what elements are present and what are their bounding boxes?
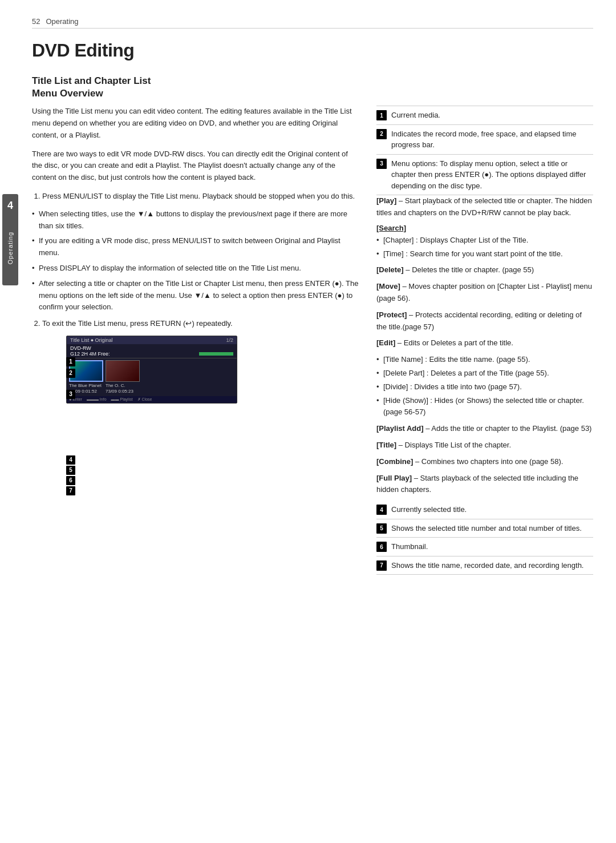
playlist-add-label: [Playlist Add]	[376, 424, 424, 433]
title-label: [Title]	[376, 441, 396, 449]
protect-text: – Protects accidental recording, editing…	[376, 310, 582, 331]
doc-title: DVD Editing	[32, 40, 593, 61]
combine-entry: [Combine] – Combines two chapters into o…	[376, 456, 593, 468]
two-col-layout: Using the Title List menu you can edit v…	[32, 106, 593, 575]
disc-type: DVD-RW	[70, 345, 91, 351]
step-2: To exit the Title List menu, press RETUR…	[42, 318, 359, 330]
footer-playlist: ▬▬ Playlist	[111, 397, 133, 402]
badge-1: 1	[376, 110, 387, 120]
edit-text: – Edits or Deletes a part of the title.	[398, 338, 513, 347]
right-item-2: 2 Indicates the record mode, free space,…	[376, 125, 593, 155]
right-item-3: 3 Menu options: To display menu option, …	[376, 155, 593, 196]
full-play-label: [Full Play]	[376, 474, 412, 482]
edit-bullet-1: [Title Name] : Edits the title name. (pa…	[376, 354, 593, 366]
move-text: – Moves chapter position on [Chapter Lis…	[376, 282, 592, 302]
section-label: Operating	[46, 17, 78, 26]
callout-num-7: 7	[66, 486, 75, 495]
intro-para-1: Using the Title List menu you can edit v…	[32, 106, 359, 141]
intro-para-2: There are two ways to edit VR mode DVD-R…	[32, 148, 359, 184]
edit-bullet-3: [Divide] : Divides a title into two (pag…	[376, 381, 593, 393]
main-content: 52 Operating DVD Editing Title List and …	[21, 0, 616, 843]
edit-label: [Edit]	[376, 338, 395, 347]
callout-num-6: 6	[66, 476, 75, 485]
playlist-add-entry: [Playlist Add] – Adds the title or chapt…	[376, 423, 593, 435]
delete-entry: [Delete] – Deletes the title or chapter.…	[376, 264, 593, 276]
badge-3: 3	[376, 159, 387, 169]
edit-bullets: [Title Name] : Edits the title name. (pa…	[376, 354, 593, 418]
diagram-wrapper: 1 2 3 4 5	[32, 336, 249, 404]
page-header: 52 Operating	[32, 17, 593, 29]
disc-space: G12 2H 4M Free:	[70, 351, 110, 357]
right-item-4: 4 Currently selected title.	[376, 501, 593, 519]
search-heading: [Search]	[376, 224, 593, 232]
tv-disc-info: DVD-RW G12 2H 4M Free:	[67, 344, 237, 358]
thumb-2-info: The O. C. 73/09 0:05:23	[106, 382, 140, 394]
page-number: 52	[32, 17, 40, 26]
item-3-sub: [Play] – Start playback of the selected …	[376, 195, 593, 496]
title-entry: [Title] – Displays Title List of the cha…	[376, 439, 593, 451]
right-column: 1 Current media. 2 Indicates the record …	[376, 106, 593, 575]
thumb-2-title: The O. C.	[106, 383, 140, 388]
side-tab-bar: 4 Operating	[2, 194, 18, 285]
search-bullet-2: [Time] : Search time for you want start …	[376, 248, 593, 260]
page-container: 4 Operating 52 Operating DVD Editing Tit…	[0, 0, 616, 843]
combine-label: [Combine]	[376, 457, 413, 466]
titles-area: The Blue Planet 24/09 0:01:52 The O. C.	[67, 358, 237, 396]
move-entry: [Move] – Moves chapter position on [Chap…	[376, 281, 593, 305]
tv-footer: ● Enter ▬▬▬ Info ▬▬ Playlist ✗ Close	[67, 396, 237, 403]
callout-num-4: 4	[66, 455, 75, 465]
bullet-2: If you are editing a VR mode disc, press…	[32, 235, 359, 259]
delete-text: – Deletes the title or chapter. (page 55…	[406, 265, 534, 274]
callout-num-1: 1	[66, 357, 75, 366]
search-bullets: [Chapter] : Displays Chapter List of the…	[376, 235, 593, 260]
disc-bar	[199, 352, 233, 356]
right-item-6: 6 Thumbnail.	[376, 538, 593, 556]
edit-bullet-4: [Hide (Show)] : Hides (or Shows) the sel…	[376, 395, 593, 419]
thumb-1-title: The Blue Planet	[69, 383, 103, 388]
badge-6: 6	[376, 542, 387, 552]
item-6-text: Thumbnail.	[391, 541, 593, 552]
tv-screenshot: Title List ● Original 1/2 DVD-RW G12 2H …	[66, 336, 237, 404]
section-heading: Title List and Chapter List Menu Overvie…	[32, 75, 593, 100]
side-tab-number: 4	[7, 200, 13, 212]
footer-close: ✗ Close	[137, 397, 152, 402]
badge-4: 4	[376, 505, 387, 515]
move-label: [Move]	[376, 282, 400, 291]
protect-label: [Protect]	[376, 310, 407, 319]
play-label: [Play]	[376, 196, 396, 205]
bullets-list: When selecting titles, use the ▼/▲ butto…	[32, 208, 359, 313]
footer-info: ▬▬▬ Info	[87, 397, 107, 402]
tv-disc-row-2: G12 2H 4M Free:	[70, 351, 233, 357]
step-1: Press MENU/LIST to display the Title Lis…	[42, 191, 359, 203]
menu-item-play: Play	[106, 403, 145, 404]
delete-label: [Delete]	[376, 265, 404, 274]
thumb-2: The O. C. 73/09 0:05:23	[106, 360, 140, 394]
item-3-text: Menu options: To display menu option, se…	[391, 158, 593, 192]
tv-titlebar-right: 1/2	[226, 337, 233, 343]
tv-titlebar: Title List ● Original 1/2	[67, 336, 237, 344]
bullet-3: Press DISPLAY to display the information…	[32, 263, 359, 275]
play-text: – Start playback of the selected title o…	[376, 196, 592, 217]
section-heading-line1: Title List and Chapter List	[32, 75, 151, 86]
right-item-7: 7 Shows the title name, recorded date, a…	[376, 556, 593, 575]
combine-text: – Combines two chapters into one (page 5…	[415, 457, 563, 466]
search-bullet-1: [Chapter] : Displays Chapter List of the…	[376, 235, 593, 247]
full-play-entry: [Full Play] – Starts playback of the sel…	[376, 473, 593, 497]
edit-bullet-2: [Delete Part] : Deletes a part of the Ti…	[376, 368, 593, 380]
side-tab-label: Operating	[7, 232, 14, 264]
playlist-add-text: – Adds the title or chapter to the Playl…	[425, 424, 591, 433]
tv-titles-row: The Blue Planet 24/09 0:01:52 The O. C.	[67, 358, 237, 396]
badge-2: 2	[376, 129, 387, 139]
left-column: Using the Title List menu you can edit v…	[32, 106, 359, 575]
item-1-text: Current media.	[391, 110, 593, 121]
steps-list-2: To exit the Title List menu, press RETUR…	[42, 318, 359, 330]
edit-entry: [Edit] – Edits or Deletes a part of the …	[376, 337, 593, 349]
side-tab: 4 Operating	[0, 0, 21, 843]
steps-list: Press MENU/LIST to display the Title Lis…	[42, 191, 359, 203]
bullet-4: After selecting a title or chapter on th…	[32, 278, 359, 313]
thumb-2-date: 73/09 0:05:23	[106, 389, 140, 394]
protect-entry: [Protect] – Protects accidental recordin…	[376, 309, 593, 333]
badge-7: 7	[376, 560, 387, 571]
right-item-5: 5 Shows the selected title number and to…	[376, 519, 593, 538]
bullet-1: When selecting titles, use the ▼/▲ butto…	[32, 208, 359, 232]
